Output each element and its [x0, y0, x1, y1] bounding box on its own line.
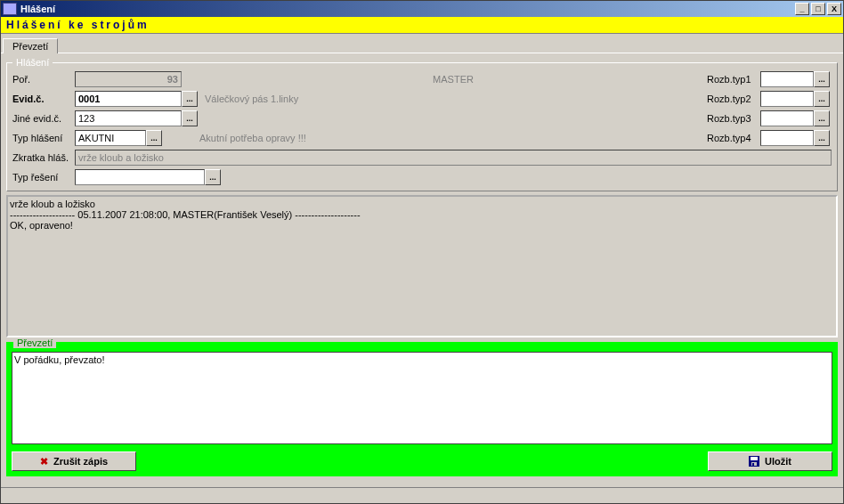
rozb3-lookup-button[interactable]: ...: [814, 110, 830, 126]
prevzeti-fieldset: Převzetí ✖ Zrušit zápis Uložit: [6, 337, 838, 476]
typr-lookup-button[interactable]: ...: [205, 169, 221, 185]
minimize-button[interactable]: _: [795, 3, 809, 15]
tabstrip: Převzetí: [1, 34, 843, 53]
statusbar: [1, 487, 843, 503]
cancel-button[interactable]: ✖ Zrušit zápis: [12, 451, 136, 471]
jine-input[interactable]: [75, 110, 182, 126]
rozb2-input[interactable]: [760, 91, 814, 107]
log-textarea[interactable]: [6, 195, 838, 337]
titlebar[interactable]: Hlášení _ □ X: [1, 1, 843, 17]
rozb1-lookup-button[interactable]: ...: [814, 71, 830, 87]
save-button[interactable]: Uložit: [708, 451, 832, 471]
panel-area: Hlášení Poř. MASTER Rozb.typ1 ... Evid.č…: [1, 53, 843, 487]
typh-label: Typ hlášení: [12, 133, 75, 143]
evidc-desc: Válečkový pás 1.linky: [199, 93, 707, 104]
prevzeti-legend: Převzetí: [13, 337, 56, 348]
svg-rect-3: [752, 463, 754, 466]
zkratka-input: [75, 150, 832, 166]
jine-label: Jiné evid.č.: [12, 113, 75, 124]
save-label: Uložit: [765, 456, 791, 467]
rozb4-lookup-button[interactable]: ...: [814, 130, 830, 146]
app-window: Hlášení _ □ X Hlášení ke strojům Převzet…: [0, 0, 844, 504]
evidc-input[interactable]: [75, 91, 182, 107]
evidc-label: Evid.č.: [12, 93, 75, 104]
master-label: MASTER: [199, 74, 707, 85]
jine-lookup-button[interactable]: ...: [182, 110, 198, 126]
rozb3-label: Rozb.typ3: [707, 113, 760, 124]
banner: Hlášení ke strojům: [1, 17, 843, 34]
typh-desc: Akutní potřeba opravy !!!: [199, 133, 707, 143]
rozb4-label: Rozb.typ4: [707, 133, 760, 143]
rozb1-input[interactable]: [760, 71, 814, 87]
rozb2-label: Rozb.typ2: [707, 93, 760, 104]
window-title: Hlášení: [20, 4, 793, 14]
rozb3-input[interactable]: [760, 110, 814, 126]
cancel-label: Zrušit zápis: [53, 456, 108, 467]
rozb4-input[interactable]: [760, 130, 814, 146]
zkratka-label: Zkratka hláš.: [12, 152, 75, 163]
hlaseni-legend: Hlášení: [12, 57, 53, 68]
x-icon: ✖: [40, 456, 48, 467]
por-label: Poř.: [12, 74, 75, 85]
typr-input[interactable]: [75, 169, 205, 185]
close-button[interactable]: X: [827, 3, 841, 15]
rozb2-lookup-button[interactable]: ...: [814, 91, 830, 107]
svg-rect-1: [751, 457, 758, 460]
save-icon: [749, 456, 759, 467]
typh-input[interactable]: [75, 130, 146, 146]
typh-lookup-button[interactable]: ...: [146, 130, 162, 146]
typr-label: Typ řešení: [12, 172, 75, 183]
evidc-lookup-button[interactable]: ...: [182, 91, 198, 107]
por-input: [75, 71, 182, 87]
prevzeti-textarea[interactable]: [12, 352, 832, 444]
app-icon: [3, 3, 17, 15]
maximize-button[interactable]: □: [811, 3, 825, 15]
tab-prevzeti[interactable]: Převzetí: [3, 38, 58, 53]
hlaseni-fieldset: Hlášení Poř. MASTER Rozb.typ1 ... Evid.č…: [6, 57, 838, 191]
rozb1-label: Rozb.typ1: [707, 74, 760, 85]
